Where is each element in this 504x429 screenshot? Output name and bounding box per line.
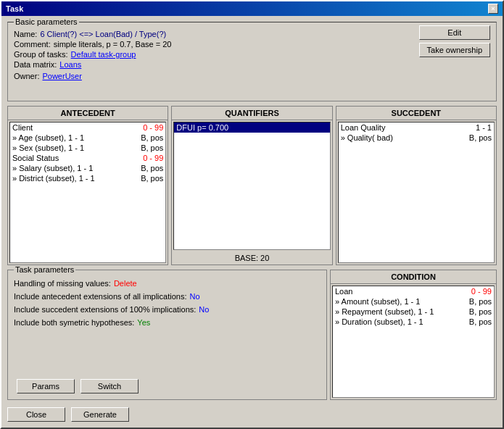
window-content: Basic parameters Name: 6 Client(?) <=> L… (1, 16, 503, 428)
list-item[interactable]: DFUI p= 0.700 (174, 122, 329, 133)
succedent-list[interactable]: Loan Quality 1 - 1 » Quality( bad) B, po… (338, 122, 495, 263)
name-value: 6 Client(?) <=> Loan(Bad) / Type(?) (40, 30, 166, 38)
owner-label: Owner: (14, 72, 39, 80)
base-label: BASE: 20 (172, 251, 331, 265)
close-icon[interactable]: × (488, 4, 498, 14)
quantifiers-panel: QUANTIFIERS DFUI p= 0.700 BASE: 20 (171, 106, 332, 265)
close-button[interactable]: Close (7, 407, 65, 422)
main-panels: ANTECEDENT Client 0 - 99 » Age (subset),… (7, 106, 497, 265)
param-row: Include both symetric hypotheses: Yes (14, 318, 321, 327)
footer-buttons: Close Generate (7, 404, 497, 422)
quantifiers-list[interactable]: DFUI p= 0.700 (173, 122, 330, 250)
antecedent-header: ANTECEDENT (8, 107, 168, 120)
matrix-row: Data matrix: Loans (14, 60, 424, 69)
basic-params-group: Basic parameters Name: 6 Client(?) <=> L… (7, 22, 497, 101)
group-value[interactable]: Default task-group (71, 50, 136, 59)
matrix-value[interactable]: Loans (59, 60, 81, 69)
generate-button[interactable]: Generate (71, 407, 129, 422)
symetric-val: Yes (137, 318, 150, 327)
list-item[interactable]: » Duration (subset), 1 - 1 B, pos (333, 317, 494, 327)
param-row: Include antecedent extensions of all imp… (14, 292, 321, 301)
condition-list[interactable]: Loan 0 - 99 » Amount (subset), 1 - 1 B, … (332, 286, 495, 398)
task-window: Task × Basic parameters Name: 6 Client(?… (0, 0, 504, 429)
params-button[interactable]: Params (17, 379, 75, 393)
top-right-buttons: Edit Take ownership (419, 25, 490, 57)
list-item[interactable]: » Salary (subset), 1 - 1 B, pos (10, 163, 165, 173)
matrix-label: Data matrix: (14, 60, 57, 69)
comment-value: simple literals, p = 0.7, Base = 20 (54, 40, 172, 49)
succedent-panel: SUCCEDENT Loan Quality 1 - 1 » Quality( … (336, 106, 497, 265)
list-item[interactable]: Loan 0 - 99 (333, 286, 494, 296)
task-buttons: Params Switch (14, 372, 321, 393)
basic-params-label: Basic parameters (14, 17, 79, 26)
succedent-ext-val: No (199, 305, 209, 314)
list-item[interactable]: » Amount (subset), 1 - 1 B, pos (333, 296, 494, 307)
group-label: Group of tasks: (14, 50, 68, 59)
condition-header: CONDITION (331, 270, 496, 284)
antecedent-ext-val: No (189, 292, 199, 301)
switch-button[interactable]: Switch (80, 379, 139, 393)
list-item[interactable]: » District (subset), 1 - 1 B, pos (10, 173, 165, 183)
task-params-group: Task parameters Handling of missing valu… (7, 270, 327, 400)
owner-row: Owner: PowerUser (14, 72, 424, 80)
window-title: Task (6, 4, 23, 13)
antecedent-list[interactable]: Client 0 - 99 » Age (subset), 1 - 1 B, p… (9, 122, 166, 263)
succedent-header: SUCCEDENT (336, 107, 496, 120)
missing-val: Delete (114, 279, 137, 288)
quantifiers-header: QUANTIFIERS (172, 107, 331, 120)
title-bar: Task × (1, 1, 503, 16)
comment-row: Comment: simple literals, p = 0.7, Base … (14, 40, 424, 49)
list-item[interactable]: Social Status 0 - 99 (10, 153, 165, 163)
owner-value[interactable]: PowerUser (42, 72, 81, 80)
list-item[interactable]: » Age (subset), 1 - 1 B, pos (10, 133, 165, 143)
bottom-area: Task parameters Handling of missing valu… (7, 270, 497, 400)
antecedent-panel: ANTECEDENT Client 0 - 99 » Age (subset),… (7, 106, 168, 265)
list-item[interactable]: Client 0 - 99 (10, 122, 165, 133)
list-item[interactable]: Loan Quality 1 - 1 (339, 122, 494, 133)
param-row: Include succedent extensions of 100% imp… (14, 305, 321, 314)
comment-label: Comment: (14, 40, 51, 49)
condition-panel: CONDITION Loan 0 - 99 » Amount (subset),… (330, 270, 497, 400)
task-params-label: Task parameters (14, 265, 75, 274)
param-row: Handling of missing values: Delete (14, 279, 321, 288)
name-row: Name: 6 Client(?) <=> Loan(Bad) / Type(?… (14, 30, 424, 38)
list-item[interactable]: » Sex (subset), 1 - 1 B, pos (10, 143, 165, 153)
name-label: Name: (14, 30, 37, 38)
edit-button[interactable]: Edit (419, 25, 490, 40)
list-item[interactable]: » Repayment (subset), 1 - 1 B, pos (333, 307, 494, 317)
take-ownership-button[interactable]: Take ownership (419, 43, 490, 57)
group-row: Group of tasks: Default task-group (14, 50, 424, 59)
list-item[interactable]: » Quality( bad) B, pos (339, 133, 494, 143)
